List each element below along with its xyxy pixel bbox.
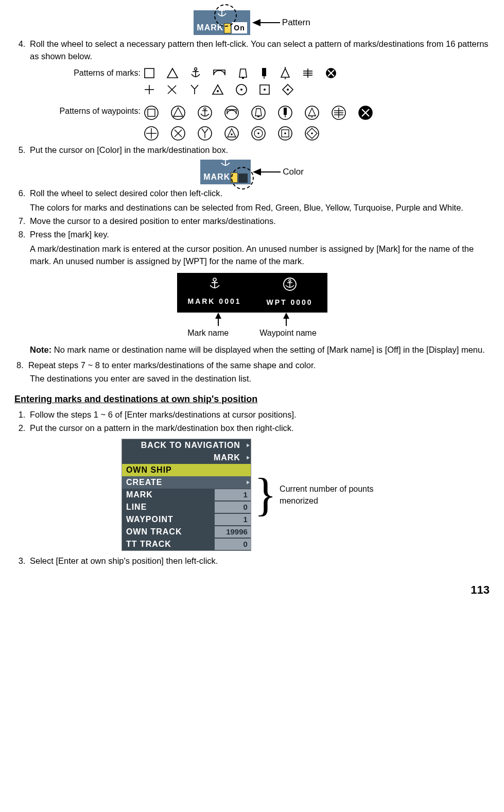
step-8: Press the [mark] key. A mark/destination… (28, 229, 490, 268)
menu-row-line: LINE (122, 501, 215, 513)
svg-point-31 (264, 89, 266, 91)
s2-step-1: Follow the steps 1 ~ 6 of [Enter marks/d… (28, 409, 490, 421)
svg-point-74 (257, 132, 259, 134)
step-8b-sub: The destinations you enter are saved in … (30, 373, 490, 385)
mark-icon-row-2 (144, 83, 337, 96)
svg-point-39 (204, 108, 206, 110)
svg-rect-44 (257, 116, 259, 117)
arrow-icon (253, 168, 261, 176)
mark-name-label: Mark name (187, 327, 229, 339)
section-heading: Entering marks and destinations at own s… (14, 392, 490, 406)
pillar-icon (260, 67, 268, 79)
svg-point-5 (195, 68, 197, 71)
arrow-line (260, 22, 280, 23)
mark-code: MARK 0001 (181, 296, 248, 306)
step-8b-row: 8. Repeat steps 7 ~ 8 to enter marks/des… (16, 359, 490, 372)
wpt-square-icon (144, 105, 159, 120)
step-7: Move the cursor to a desired position to… (28, 215, 490, 228)
plus-icon (144, 84, 155, 95)
wpt-triangle-icon (170, 105, 186, 120)
svg-line-24 (191, 85, 195, 89)
menu-create: CREATE (122, 476, 245, 488)
menu-row-waypoint: WAYPOINT (122, 513, 215, 525)
anchor-icon (220, 154, 231, 168)
patterns-of-waypoints: Patterns of waypoints: (45, 105, 490, 141)
wpt-cone-icon (304, 105, 320, 120)
y-icon (189, 84, 200, 95)
svg-marker-37 (173, 108, 183, 116)
arrow-line (261, 171, 281, 172)
diamond-dot-icon (282, 83, 294, 96)
patterns-waypoints-label: Patterns of waypoints: (45, 105, 144, 117)
anchor-icon (190, 67, 201, 79)
figure-mark-wpt: MARK 0001 WPT 0000 Mark name Waypoint na… (14, 273, 490, 339)
svg-point-88 (289, 280, 291, 282)
wpt-pillar-icon (277, 105, 293, 120)
svg-point-33 (287, 89, 289, 91)
step-4: Roll the wheel to select a necessary pat… (28, 38, 490, 63)
note-text: No mark name or destination name will be… (51, 345, 485, 354)
bridge-icon (213, 68, 226, 78)
svg-rect-35 (148, 109, 155, 116)
svg-marker-4 (167, 68, 178, 78)
menu-mark: MARK (122, 452, 245, 463)
menu-panel: BACK TO NAVIGATION MARK OWN SHIP CREATE … (121, 439, 251, 551)
color-label: Color (283, 166, 304, 179)
svg-line-68 (205, 129, 208, 133)
s2-step-2: Put the cursor on a pattern in the mark/… (28, 422, 490, 435)
wpt-circle-dot-icon (251, 126, 266, 141)
svg-point-77 (284, 132, 286, 134)
hash-icon (302, 67, 314, 79)
step-5: Put the cursor on [Color] in the mark/de… (28, 144, 490, 157)
brace-icon: } (254, 474, 276, 515)
svg-rect-8 (242, 77, 244, 79)
square-icon (144, 67, 155, 79)
wpt-bell-icon (251, 105, 266, 120)
menu-own-ship: OWN SHIP (122, 464, 251, 476)
cone-icon (280, 67, 291, 79)
menu-row-tt-track: TT TRACK (122, 538, 215, 550)
triangle-dot-icon (212, 84, 224, 95)
note-block: Note: No mark name or destination name w… (30, 344, 490, 356)
wpt-x-icon (170, 126, 186, 141)
wpt-plus-icon (144, 126, 159, 141)
mark-icon-row-1 (144, 67, 337, 79)
svg-rect-46 (284, 108, 287, 115)
circle-dot-icon (235, 83, 248, 96)
wpt-hash-icon (331, 105, 346, 120)
s2-step-3: Select [Enter at own ship's position] th… (28, 555, 490, 567)
svg-marker-70 (228, 129, 236, 137)
no-go-icon (325, 67, 337, 79)
wpt-code: WPT 0000 (256, 297, 323, 307)
wpt-anchor-icon (197, 105, 213, 120)
step-8-sub: A mark/destination mark is entered at th… (30, 243, 490, 268)
menu-side-label: Current number of pounts menorized (280, 483, 383, 507)
wpt-icon-row-2 (144, 126, 373, 141)
menu-row-mark: MARK (122, 489, 215, 500)
svg-point-43 (252, 106, 265, 119)
square-dot-icon (259, 84, 270, 95)
bell-icon (237, 67, 249, 79)
svg-line-25 (195, 85, 198, 89)
on-box: On (232, 22, 247, 33)
svg-line-67 (202, 129, 205, 133)
wpt-anchor-icon (283, 277, 297, 291)
svg-point-71 (231, 133, 233, 135)
wpt-icon-row-1 (144, 105, 373, 120)
anchor-icon (208, 277, 221, 290)
figure-pattern: MARK On Pattern (14, 10, 490, 35)
wpt-bridge-icon (224, 105, 239, 120)
wpt-triangle-dot-icon (224, 126, 239, 141)
triangle-icon (166, 67, 179, 79)
step-6: Roll the wheel to select desired color t… (28, 187, 490, 214)
mark-wpt-box: MARK 0001 WPT 0000 (177, 273, 327, 313)
svg-point-81 (224, 155, 227, 158)
page-number: 113 (14, 582, 490, 598)
svg-rect-3 (145, 68, 154, 78)
mark-text: MARK (203, 171, 230, 183)
figure-color: MARK Color (14, 160, 490, 184)
svg-marker-26 (213, 85, 223, 94)
pattern-label: Pattern (282, 16, 310, 29)
wpt-no-go-icon (358, 105, 373, 120)
wpt-diamond-dot-icon (304, 126, 320, 141)
